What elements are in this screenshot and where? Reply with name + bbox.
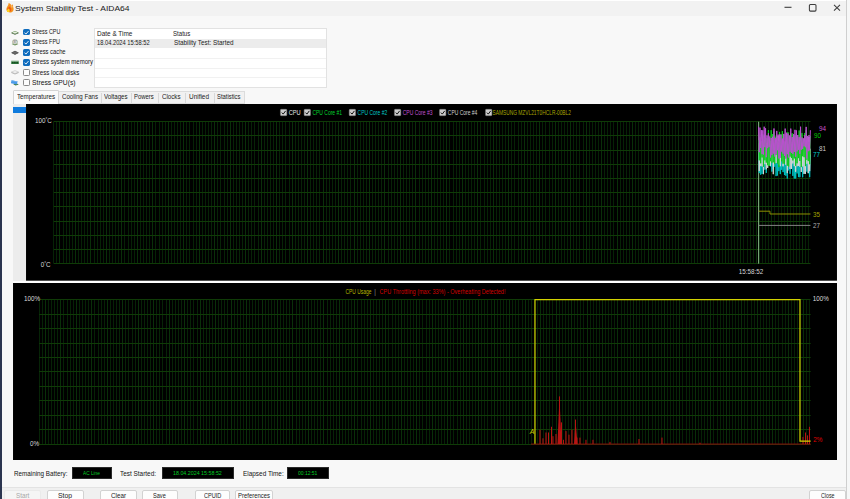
svg-text:27: 27 xyxy=(813,222,820,229)
svg-text:0°C: 0°C xyxy=(41,261,51,269)
svg-text:CPU Usage: CPU Usage xyxy=(345,288,371,296)
svg-text:2%: 2% xyxy=(813,436,822,443)
svg-text:15:58:52: 15:58:52 xyxy=(739,268,764,275)
svg-text:CPU Core #4: CPU Core #4 xyxy=(448,109,478,116)
svg-text:CPU Core #1: CPU Core #1 xyxy=(312,109,342,116)
svg-text:CPU: CPU xyxy=(289,109,301,116)
svg-text:81: 81 xyxy=(819,145,826,152)
svg-text:0%: 0% xyxy=(30,440,39,447)
svg-text:A: A xyxy=(529,428,535,435)
svg-text:CPU Core #2: CPU Core #2 xyxy=(358,109,388,116)
svg-text:90: 90 xyxy=(814,132,821,139)
svg-text:100°C: 100°C xyxy=(35,117,52,125)
svg-text:CPU Core #3: CPU Core #3 xyxy=(403,109,433,116)
svg-text:100%: 100% xyxy=(24,295,40,302)
svg-text:CPU Throttling (max: 33%) - Ov: CPU Throttling (max: 33%) - Overheating … xyxy=(380,288,506,296)
svg-text:77: 77 xyxy=(813,151,820,158)
svg-text:SAMSUNG MZVL21T0HCLR-00BL2: SAMSUNG MZVL21T0HCLR-00BL2 xyxy=(492,109,571,116)
svg-text:35: 35 xyxy=(813,211,820,218)
svg-text:87: 87 xyxy=(13,40,17,44)
svg-text:100%: 100% xyxy=(813,295,829,302)
